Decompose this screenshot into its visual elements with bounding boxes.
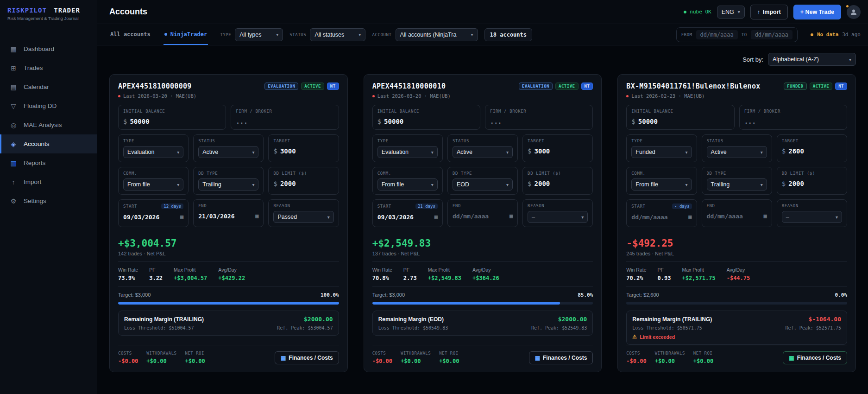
firm-broker-field[interactable]: FIRM / BROKER ... — [485, 105, 593, 130]
stat-label: Avg/Day — [472, 267, 499, 273]
remaining-margin-value: $-1064.00 — [809, 316, 841, 323]
stat-value: +$2,549.83 — [428, 275, 461, 281]
reason-select[interactable]: – ▾ — [528, 211, 588, 223]
sidebar-item-calendar[interactable]: ▤ Calendar — [0, 77, 97, 96]
calendar-icon[interactable]: ▦ — [764, 213, 767, 219]
calendar-icon[interactable]: ▦ — [434, 214, 438, 220]
stat-value: 73.9% — [118, 275, 138, 281]
target-field[interactable]: TARGET $ 2600 — [777, 134, 847, 162]
mae-analysis-icon: ◎ — [9, 121, 18, 129]
initial-balance-label: INITIAL BALANCE — [123, 109, 221, 114]
language-select[interactable]: ENG ▾ — [717, 6, 745, 19]
finances-costs-button[interactable]: ▦ Finances / Costs — [275, 351, 339, 364]
remaining-margin-value: $2000.00 — [558, 316, 587, 323]
brand-tagline: Risk Management & Trading Journal — [7, 16, 89, 21]
dd-type-select[interactable]: Trailing ▾ — [198, 178, 258, 191]
accounts-count-badge[interactable]: 18 accounts — [484, 28, 532, 41]
max-profit-stat: Max Profit +$3,004.57 — [174, 267, 207, 281]
status-select[interactable]: Active ▾ — [707, 146, 767, 158]
finances-costs-button[interactable]: ▦ Finances / Costs — [783, 351, 847, 364]
sidebar-item-trades[interactable]: ⊞ Trades — [0, 58, 97, 77]
from-label: FROM — [681, 32, 692, 37]
type-filter-select[interactable]: All types ▾ — [235, 28, 283, 41]
brand-logo: RISKPILOT TRADER — [7, 6, 89, 14]
status-select[interactable]: Active ▾ — [198, 146, 258, 158]
dd-type-select[interactable]: EOD ▾ — [453, 178, 513, 191]
calendar-icon[interactable]: ▦ — [509, 213, 513, 219]
warning-icon: ⚠ — [632, 334, 637, 340]
dd-limit-field[interactable]: DD LIMIT ($) $ 2000 — [522, 167, 593, 195]
dd-limit-field[interactable]: DD LIMIT ($) $ 2000 — [777, 167, 847, 195]
sidebar-item-label: Reports — [24, 159, 45, 166]
tab-all-accounts[interactable]: All accounts — [109, 24, 151, 45]
remaining-margin-title: Remaining Margin (TRAILING) — [632, 316, 712, 323]
firm-broker-field[interactable]: FIRM / BROKER ... — [739, 105, 847, 130]
new-trade-button[interactable]: + New Trade — [793, 5, 841, 19]
dd-type-value: EOD — [457, 181, 469, 188]
target-field[interactable]: TARGET $ 3000 — [522, 134, 593, 162]
start-date-field[interactable]: START - days dd/mm/aaaa ▦ — [626, 199, 697, 227]
end-date-field[interactable]: END 21/03/2026 ▦ — [193, 199, 264, 227]
sidebar-item-settings[interactable]: ⚙ Settings — [0, 191, 97, 210]
calendar-icon[interactable]: ▦ — [180, 214, 183, 220]
sidebar-item-reports[interactable]: ▥ Reports — [0, 153, 97, 172]
currency-symbol: $ — [273, 180, 277, 187]
commission-field: COMM. From file ▾ — [626, 167, 697, 195]
firm-broker-value: ... — [236, 117, 333, 126]
status-select[interactable]: Active ▾ — [453, 146, 513, 158]
start-date-field[interactable]: START 12 days 09/03/2026 ▦ — [118, 199, 189, 227]
sort-select[interactable]: Alphabetical (A-Z) ▾ — [768, 53, 856, 66]
type-select[interactable]: Evaluation ▾ — [123, 146, 183, 158]
initial-balance-field[interactable]: INITIAL BALANCE $ 50000 — [372, 105, 480, 130]
end-date-field[interactable]: END dd/mm/aaaa ▦ — [702, 199, 772, 227]
target-field[interactable]: TARGET $ 3000 — [268, 134, 339, 162]
calendar-icon[interactable]: ▦ — [688, 214, 692, 220]
sidebar-item-dashboard[interactable]: ▦ Dashboard — [0, 39, 97, 58]
chevron-down-icon: ▾ — [581, 215, 584, 220]
reason-select[interactable]: Passed ▾ — [273, 211, 333, 223]
profit-factor-stat: PF 2.73 — [403, 267, 417, 281]
dd-limit-field[interactable]: DD LIMIT ($) $ 2000 — [268, 167, 339, 195]
cards-row: APEX4451810000009 EVALUATION ACTIVE NT L… — [97, 66, 868, 372]
type-filter-label: TYPE — [220, 32, 231, 37]
chevron-down-icon: ▾ — [761, 182, 763, 187]
sidebar-item-import[interactable]: ↑ Import — [0, 172, 97, 191]
sidebar-item-mae-analysis[interactable]: ◎ MAE Analysis — [0, 115, 97, 134]
sidebar-item-floating-dd[interactable]: ▽ Floating DD — [0, 96, 97, 115]
status-filter-select[interactable]: All statuses ▾ — [310, 28, 365, 41]
commission-select[interactable]: From file ▾ — [123, 178, 183, 191]
loss-threshold: Loss Threshold: $50549.83 — [378, 325, 448, 330]
target-progress-pct: 0.0% — [835, 292, 848, 298]
commission-select[interactable]: From file ▾ — [631, 178, 692, 191]
status-filter: STATUS All statuses ▾ — [289, 28, 365, 41]
dd-type-select[interactable]: Trailing ▾ — [707, 178, 767, 191]
finances-costs-button[interactable]: ▦ Finances / Costs — [529, 351, 593, 364]
from-date-input[interactable]: dd/mm/aaaa — [696, 30, 738, 39]
start-date-field[interactable]: START 21 days 09/03/2026 ▦ — [372, 199, 443, 227]
import-button[interactable]: ↑ Import — [750, 5, 788, 19]
target-label: TARGET — [782, 139, 842, 143]
commission-select[interactable]: From file ▾ — [377, 178, 438, 191]
end-date-field[interactable]: END dd/mm/aaaa ▦ — [447, 199, 518, 227]
last-activity: Last 2026-02-23 · MAE(UB) — [626, 93, 847, 99]
firm-broker-field[interactable]: FIRM / BROKER ... — [231, 105, 339, 130]
reason-select[interactable]: – ▾ — [782, 211, 842, 223]
initial-balance-field[interactable]: INITIAL BALANCE $ 50000 — [626, 105, 734, 130]
tab-ninjatrader[interactable]: NinjaTrader — [164, 24, 208, 45]
status-field: STATUS Active ▾ — [447, 134, 518, 162]
initial-balance-field[interactable]: INITIAL BALANCE $ 50000 — [118, 105, 226, 130]
type-select[interactable]: Funded ▾ — [631, 146, 692, 158]
sidebar-item-accounts[interactable]: ◈ Accounts — [0, 134, 97, 153]
to-date-input[interactable]: dd/mm/aaaa — [751, 30, 793, 39]
cloud-status-dot — [684, 11, 686, 13]
platform-badge: NT — [835, 83, 847, 90]
net-roi-stat: NET ROI +$0.00 — [439, 351, 459, 364]
avatar[interactable] — [847, 5, 861, 19]
type-select[interactable]: Evaluation ▾ — [377, 146, 438, 158]
loss-threshold: Loss Threshold: $51004.57 — [124, 325, 194, 330]
calendar-icon[interactable]: ▦ — [255, 213, 258, 219]
currency-symbol: $ — [631, 118, 635, 125]
dd-type-label: DD TYPE — [198, 171, 258, 176]
account-title: APEX4451810000010 — [372, 82, 446, 90]
account-filter-select[interactable]: All accounts (NinjaTra ▾ — [396, 28, 478, 41]
